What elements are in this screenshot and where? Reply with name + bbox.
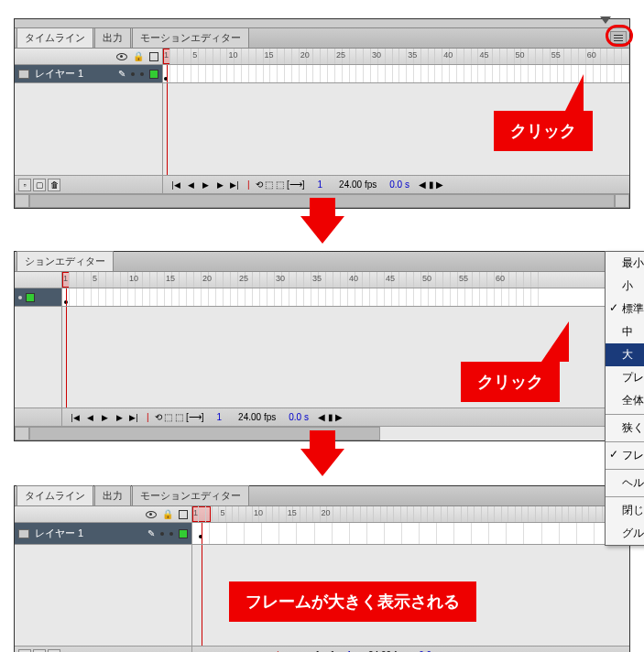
menu-item[interactable]: 狭く — [606, 417, 644, 440]
menu-item[interactable]: 小 — [606, 275, 644, 298]
frame-number: 1 — [311, 179, 331, 190]
layer-color[interactable] — [149, 70, 158, 79]
panel-options-button[interactable] — [610, 31, 627, 44]
lock-icon[interactable]: 🔒 — [133, 51, 144, 61]
tab-motion-editor[interactable]: ションエディター — [16, 251, 114, 271]
tab-timeline[interactable]: タイムライン — [16, 485, 93, 505]
layer-icon — [18, 70, 29, 79]
frames-area[interactable] — [62, 288, 615, 306]
step-back-button[interactable]: ◀ — [183, 179, 198, 191]
new-layer-button[interactable]: ▫ — [18, 649, 31, 653]
time-display: 0.0 s — [386, 179, 413, 190]
step-back-button[interactable]: ◀ — [213, 649, 227, 653]
step-fwd-button[interactable]: ▶ — [112, 411, 126, 424]
context-menu: 最小小標準中大プレビュー全体のプレビュー狭くフレームの淡色表示ヘルプ閉じるグルー… — [605, 251, 644, 546]
new-layer-button[interactable]: ▫ — [18, 179, 31, 191]
menu-item[interactable]: プレビュー — [606, 366, 644, 389]
goto-last-button[interactable]: ▶| — [227, 179, 242, 191]
flow-arrow-icon — [300, 449, 344, 476]
fps-display: 24.00 fps — [335, 179, 380, 190]
timeline-ruler[interactable]: 15101520 — [192, 506, 629, 522]
fps-display: 24.00 fps — [235, 412, 279, 422]
goto-last-button[interactable]: ▶| — [257, 649, 271, 653]
goto-last-button[interactable]: ▶| — [126, 411, 141, 424]
goto-first-button[interactable]: |◀ — [68, 411, 82, 424]
menu-item[interactable]: 閉じる — [606, 499, 644, 522]
tab-motion-editor[interactable]: モーションエディター — [132, 485, 249, 505]
callout-click: クリック — [494, 111, 593, 151]
layer-name: レイヤー 1 — [35, 67, 113, 81]
pencil-icon: ✎ — [147, 528, 155, 538]
layer-icon — [18, 529, 29, 538]
pencil-icon: ✎ — [118, 69, 126, 79]
layer-name: レイヤー 1 — [35, 527, 142, 540]
dot-icon[interactable] — [18, 296, 22, 299]
layer-column-header: 🔒 — [15, 49, 163, 64]
delete-button[interactable]: 🗑 — [48, 649, 60, 653]
visibility-icon[interactable] — [146, 511, 157, 518]
flow-arrow-icon — [300, 216, 344, 244]
frames-area[interactable] — [192, 523, 629, 544]
step-back-button[interactable]: ◀ — [82, 411, 97, 424]
menu-item[interactable]: フレームの淡色表示 — [606, 444, 644, 467]
time-display: 0.0 s — [285, 412, 312, 422]
lock-dot[interactable] — [140, 72, 144, 76]
tab-output[interactable]: 出力 — [94, 27, 131, 48]
menu-item[interactable]: 標準 — [606, 298, 644, 321]
delete-button[interactable]: 🗑 — [48, 179, 60, 191]
menu-item[interactable]: ヘルプ — [606, 472, 644, 494]
step-fwd-button[interactable]: ▶ — [242, 649, 257, 653]
play-button[interactable]: ▶ — [97, 411, 112, 424]
visibility-dot[interactable] — [160, 532, 164, 536]
tab-motion-editor[interactable]: モーションエディター — [132, 27, 249, 48]
menu-item[interactable]: 大 — [606, 343, 644, 366]
goto-first-button[interactable]: |◀ — [198, 649, 213, 653]
menu-item[interactable]: 全体のプレビュー — [606, 389, 644, 412]
lock-icon[interactable]: 🔒 — [162, 509, 173, 519]
tab-timeline[interactable]: タイムライン — [16, 27, 93, 48]
menu-item[interactable]: 中 — [606, 321, 644, 343]
menu-item[interactable]: 最小 — [606, 252, 644, 275]
goto-first-button[interactable]: |◀ — [169, 179, 183, 191]
visibility-icon[interactable] — [116, 53, 127, 60]
layer-row[interactable]: レイヤー 1 ✎ — [15, 65, 163, 82]
new-folder-button[interactable]: ▢ — [33, 179, 46, 191]
play-button[interactable]: ▶ — [198, 179, 213, 191]
play-button[interactable]: ▶ — [227, 649, 242, 653]
step-fwd-button[interactable]: ▶ — [213, 179, 227, 191]
frames-area[interactable] — [163, 65, 629, 82]
callout-result: フレームが大きく表示される — [229, 581, 476, 622]
outline-icon[interactable] — [149, 52, 158, 61]
layer-color[interactable] — [179, 529, 188, 538]
timeline-ruler[interactable]: 151015202530354045505560 — [163, 49, 629, 64]
layer-color[interactable] — [26, 293, 35, 302]
tab-output[interactable]: 出力 — [94, 485, 131, 505]
lock-dot[interactable] — [169, 532, 173, 536]
transport-controls: |◀ ◀ ▶ ▶ ▶| — [169, 179, 242, 191]
timeline-ruler[interactable]: 151015202530354045505560 — [62, 272, 615, 288]
menu-item[interactable]: グループを閉じる — [606, 522, 644, 545]
new-folder-button[interactable]: ▢ — [33, 649, 46, 653]
callout-click: クリック — [461, 362, 560, 402]
outline-icon[interactable] — [179, 510, 188, 519]
frame-number: 1 — [210, 412, 230, 422]
visibility-dot[interactable] — [131, 72, 135, 76]
